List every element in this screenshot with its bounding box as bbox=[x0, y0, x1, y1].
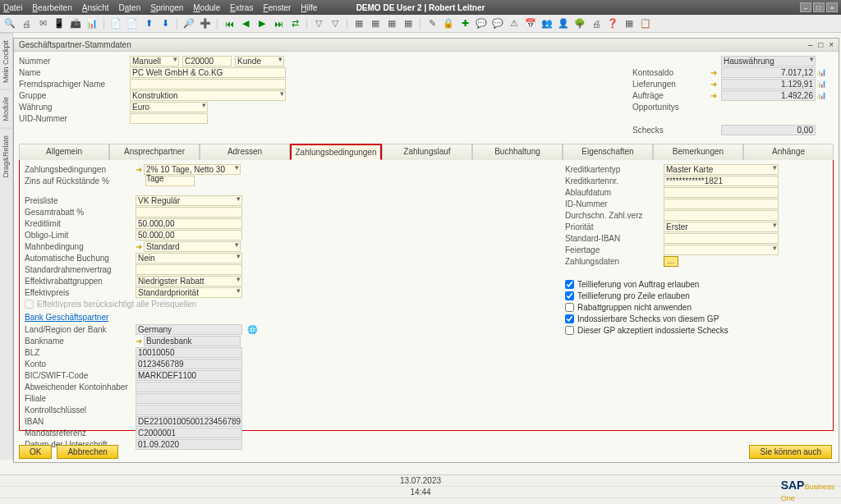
print-icon[interactable]: 🖨 bbox=[20, 17, 33, 30]
zahlbed-select[interactable]: 2% 10 Tage, Netto 30 Tage bbox=[144, 164, 241, 175]
layout2-icon[interactable]: ▦ bbox=[369, 17, 382, 30]
feiertage-select[interactable] bbox=[664, 245, 779, 255]
tab-adressen[interactable]: Adressen bbox=[200, 144, 290, 160]
nummer-type-select[interactable]: Manuell bbox=[130, 56, 179, 66]
globe-icon[interactable]: 🌐 bbox=[247, 325, 257, 334]
plus-green-icon[interactable]: ✚ bbox=[458, 17, 471, 30]
konto-input[interactable]: 0123456789 bbox=[136, 359, 242, 369]
tab-eigenschaften[interactable]: Eigenschaften bbox=[563, 144, 653, 160]
iban-input[interactable]: DE22100100500123456789 bbox=[136, 416, 242, 427]
download-icon[interactable]: ⬇ bbox=[159, 17, 172, 30]
tab-allgemein[interactable]: Allgemein bbox=[19, 144, 109, 160]
mail-icon[interactable]: ✉ bbox=[36, 17, 49, 30]
sie-koennen-button[interactable]: Sie können auch bbox=[749, 445, 832, 459]
link-arrow-icon[interactable]: ➜ bbox=[710, 91, 718, 100]
menu-module[interactable]: Module bbox=[193, 3, 220, 12]
swap-icon[interactable]: ⇄ bbox=[288, 17, 301, 30]
report-icon[interactable]: 📋 bbox=[639, 17, 652, 30]
gesamtrabatt-input[interactable] bbox=[136, 207, 242, 218]
calendar-icon[interactable]: 📅 bbox=[524, 17, 537, 30]
tab-zahlungsbedingungen[interactable]: Zahlungsbedingungen bbox=[290, 144, 382, 160]
menu-datei[interactable]: Datei bbox=[3, 3, 22, 12]
effektivrabatt-select[interactable]: Niedrigster Rabatt bbox=[136, 276, 242, 286]
chat2-icon[interactable]: 💬 bbox=[491, 17, 504, 30]
blz-input[interactable]: 10010050 bbox=[136, 347, 242, 358]
link-arrow-icon[interactable]: ➜ bbox=[710, 80, 718, 89]
help-icon[interactable]: ❓ bbox=[606, 17, 619, 30]
preview-icon[interactable]: 🔍 bbox=[3, 17, 16, 30]
last-icon[interactable]: ⏭ bbox=[272, 17, 285, 30]
doc2-icon[interactable]: 📄 bbox=[126, 17, 139, 30]
hauswaehrung-select[interactable]: Hauswährung bbox=[721, 56, 816, 66]
window-min-icon[interactable]: – bbox=[808, 40, 813, 49]
sidetab-dragrelate[interactable]: Drag&Relate bbox=[0, 128, 11, 185]
chart-icon[interactable]: 📊 bbox=[817, 91, 827, 99]
doc1-icon[interactable]: 📄 bbox=[109, 17, 122, 30]
window-max-icon[interactable]: □ bbox=[818, 40, 823, 49]
idnummer-input[interactable] bbox=[664, 199, 779, 209]
menu-springen[interactable]: Springen bbox=[150, 3, 183, 12]
cb-rabattgruppen[interactable] bbox=[565, 303, 574, 312]
upload-icon[interactable]: ⬆ bbox=[142, 17, 155, 30]
prev-icon[interactable]: ◀ bbox=[239, 17, 252, 30]
zahlungsdaten-button[interactable]: … bbox=[664, 256, 678, 267]
tab-ansprechpartner[interactable]: Ansprechpartner bbox=[109, 144, 200, 160]
automatische-select[interactable]: Nein bbox=[136, 253, 242, 263]
tab-buchhaltung[interactable]: Buchhaltung bbox=[472, 144, 563, 160]
menu-ansicht[interactable]: Ansicht bbox=[82, 3, 109, 12]
cb-teillieferung-auftrag[interactable] bbox=[565, 280, 574, 289]
preisliste-select[interactable]: VK Regulär bbox=[136, 195, 242, 206]
alert-icon[interactable]: ⚠ bbox=[508, 17, 521, 30]
menu-extras[interactable]: Extras bbox=[230, 3, 253, 12]
maximize-icon[interactable]: □ bbox=[813, 2, 825, 12]
uid-input[interactable] bbox=[130, 113, 208, 124]
datum-input[interactable]: 01.09.2020 bbox=[136, 439, 242, 450]
ok-button[interactable]: OK bbox=[19, 445, 52, 459]
cb-gp-akzeptiert[interactable] bbox=[565, 326, 574, 335]
layout1-icon[interactable]: ▦ bbox=[352, 17, 365, 30]
name-input[interactable]: PC Welt GmbH & Co.KG bbox=[130, 67, 286, 78]
cb-teillieferung-zeile[interactable] bbox=[565, 291, 574, 300]
durchschn-input[interactable] bbox=[664, 210, 779, 221]
next-icon[interactable]: ▶ bbox=[255, 17, 269, 30]
link-arrow-icon[interactable]: ➜ bbox=[136, 165, 142, 174]
sidetab-cockpit[interactable]: Mein Cockpit bbox=[0, 33, 11, 89]
bankname-input[interactable]: Bundesbank bbox=[144, 336, 241, 346]
grid-icon[interactable]: ▦ bbox=[623, 17, 636, 30]
rahmenvertrag-input[interactable] bbox=[136, 264, 242, 275]
obligo-input[interactable]: 50.000,00 bbox=[136, 230, 242, 241]
fax-icon[interactable]: 📠 bbox=[69, 17, 82, 30]
tab-bemerkungen[interactable]: Bemerkungen bbox=[653, 144, 743, 160]
menu-hilfe[interactable]: Hilfe bbox=[301, 3, 317, 12]
chart-icon[interactable]: 📊 bbox=[817, 68, 827, 76]
cb-indossierbare[interactable] bbox=[565, 314, 574, 323]
menu-fenster[interactable]: Fenster bbox=[263, 3, 291, 12]
ablauf-input[interactable] bbox=[664, 187, 779, 198]
minimize-icon[interactable]: – bbox=[800, 2, 811, 12]
menu-bearbeiten[interactable]: Bearbeiten bbox=[32, 3, 71, 12]
mandatsref-input[interactable]: C2000001 bbox=[136, 428, 242, 438]
filter2-icon[interactable]: ▽ bbox=[329, 17, 342, 30]
fremdname-input[interactable] bbox=[130, 79, 286, 89]
org-icon[interactable]: 👥 bbox=[540, 17, 554, 30]
abbrechen-button[interactable]: Abbrechen bbox=[57, 445, 117, 459]
landregion-input[interactable]: Germany bbox=[136, 324, 242, 335]
bank-section-link[interactable]: Bank Geschäftspartner bbox=[25, 313, 257, 322]
layout4-icon[interactable]: ▦ bbox=[402, 17, 415, 30]
kontrollschl-input[interactable] bbox=[136, 405, 242, 415]
window-close-icon[interactable]: × bbox=[829, 40, 834, 49]
link-arrow-icon[interactable]: ➜ bbox=[710, 68, 718, 77]
link-arrow-icon[interactable]: ➜ bbox=[136, 242, 142, 251]
export-excel-icon[interactable]: 📊 bbox=[85, 17, 99, 30]
tree-icon[interactable]: 🌳 bbox=[573, 17, 586, 30]
standardiban-input[interactable] bbox=[664, 233, 779, 244]
gruppe-select[interactable]: Konstruktion bbox=[130, 90, 286, 101]
waehrung-select[interactable]: Euro bbox=[130, 102, 208, 112]
chat1-icon[interactable]: 💬 bbox=[475, 17, 488, 30]
prioritaet-select[interactable]: Erster bbox=[664, 222, 779, 232]
close-icon[interactable]: × bbox=[826, 2, 838, 12]
link-arrow-icon[interactable]: ➜ bbox=[136, 337, 142, 346]
nummer-kind-select[interactable]: Kunde bbox=[235, 56, 284, 66]
sms-icon[interactable]: 📱 bbox=[53, 17, 66, 30]
kknr-input[interactable]: ************1821 bbox=[664, 176, 779, 186]
